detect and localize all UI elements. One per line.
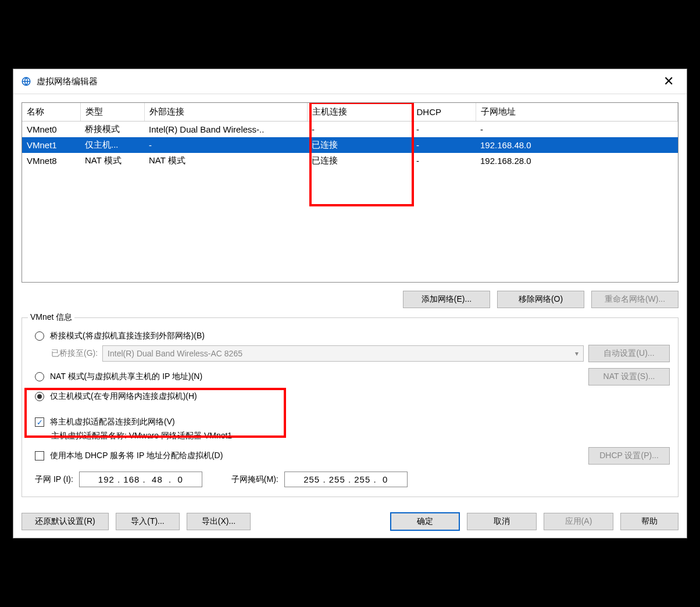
- subnet-ip-input[interactable]: [79, 472, 202, 487]
- hostonly-mode-radio-row[interactable]: 仅主机模式(在专用网络内连接虚拟机)(H): [35, 391, 670, 402]
- cell-ext: NAT 模式: [144, 153, 307, 169]
- virtual-network-editor-window: 虚拟网络编辑器 ✕ 名称 类型 外部连接 主机连接 DHCP 子网地址: [13, 69, 687, 538]
- remove-network-button[interactable]: 移除网络(O): [497, 291, 584, 308]
- cell-name: VMnet8: [22, 153, 80, 169]
- nat-mode-radio-row[interactable]: NAT 模式(与虚拟机共享主机的 IP 地址)(N) NAT 设置(S)...: [35, 368, 670, 385]
- subnet-ip-label: 子网 IP (I):: [35, 474, 73, 485]
- bottom-button-bar: 还原默认设置(R) 导入(T)... 导出(X)... 确定 取消 应用(A) …: [13, 505, 687, 538]
- adapter-name-value: VMware 网络适配器 VMnet1: [129, 431, 232, 440]
- apply-button: 应用(A): [544, 513, 613, 530]
- cell-name: VMnet0: [22, 122, 80, 138]
- bridged-to-label: 已桥接至(G):: [51, 348, 98, 359]
- use-dhcp-row[interactable]: 使用本地 DHCP 服务将 IP 地址分配给虚拟机(D) DHCP 设置(P).…: [35, 447, 670, 465]
- cell-type: 桥接模式: [80, 122, 144, 138]
- col-type[interactable]: 类型: [80, 103, 144, 122]
- cell-dhcp: -: [412, 122, 476, 138]
- table-row[interactable]: VMnet8 NAT 模式 NAT 模式 已连接 - 192.168.28.0: [22, 153, 678, 169]
- checkbox-icon: [35, 417, 44, 427]
- hostonly-mode-label: 仅主机模式(在专用网络内连接虚拟机)(H): [50, 391, 197, 402]
- subnet-mask-input[interactable]: [284, 472, 408, 487]
- cell-host: 已连接: [307, 137, 412, 153]
- cell-subnet: -: [476, 122, 678, 138]
- radio-icon: [35, 372, 44, 381]
- cell-ext: Intel(R) Dual Band Wireless-..: [144, 122, 307, 138]
- rename-network-button: 重命名网络(W)...: [591, 291, 678, 308]
- dhcp-settings-button: DHCP 设置(P)...: [588, 447, 670, 465]
- window-title: 虚拟网络编辑器: [37, 76, 658, 87]
- nat-mode-label: NAT 模式(与虚拟机共享主机的 IP 地址)(N): [50, 372, 202, 382]
- auto-settings-button: 自动设置(U)...: [588, 345, 670, 362]
- app-icon: [20, 76, 32, 87]
- bridged-adapter-value: Intel(R) Dual Band Wireless-AC 8265: [108, 349, 242, 358]
- col-name[interactable]: 名称: [22, 103, 80, 122]
- radio-icon: [35, 392, 44, 401]
- col-host-conn[interactable]: 主机连接: [307, 103, 412, 122]
- cell-host: -: [307, 122, 412, 138]
- subnet-mask-label: 子网掩码(M):: [231, 474, 278, 485]
- use-dhcp-label: 使用本地 DHCP 服务将 IP 地址分配给虚拟机(D): [50, 451, 223, 461]
- add-network-button[interactable]: 添加网络(E)...: [403, 291, 490, 308]
- network-buttons-row: 添加网络(E)... 移除网络(O) 重命名网络(W)...: [22, 291, 678, 308]
- nat-settings-button: NAT 设置(S)...: [588, 368, 670, 385]
- checkbox-icon: [35, 451, 44, 460]
- bridge-mode-radio-row[interactable]: 桥接模式(将虚拟机直接连接到外部网络)(B): [35, 331, 670, 341]
- cell-type: 仅主机...: [80, 137, 144, 153]
- help-button[interactable]: 帮助: [620, 513, 678, 530]
- ok-button[interactable]: 确定: [390, 512, 460, 531]
- table-header-row: 名称 类型 外部连接 主机连接 DHCP 子网地址: [22, 103, 678, 122]
- cell-dhcp: -: [412, 153, 476, 169]
- cell-name: VMnet1: [22, 137, 80, 153]
- restore-defaults-button[interactable]: 还原默认设置(R): [22, 513, 109, 530]
- vmnet-info-group: VMnet 信息 桥接模式(将虚拟机直接连接到外部网络)(B) 已桥接至(G):…: [22, 317, 678, 497]
- cell-subnet: 192.168.28.0: [476, 153, 678, 169]
- titlebar: 虚拟网络编辑器 ✕: [13, 69, 687, 94]
- content-area: 名称 类型 外部连接 主机连接 DHCP 子网地址 VMnet0 桥接模式 In…: [13, 94, 687, 505]
- adapter-name-label: 主机虚拟适配器名称:: [51, 431, 127, 440]
- cell-ext: -: [144, 137, 307, 153]
- network-table: 名称 类型 外部连接 主机连接 DHCP 子网地址 VMnet0 桥接模式 In…: [22, 102, 678, 283]
- table-row[interactable]: VMnet1 仅主机... - 已连接 - 192.168.48.0: [22, 137, 678, 153]
- bridged-to-row: 已桥接至(G): Intel(R) Dual Band Wireless-AC …: [51, 345, 670, 362]
- subnet-row: 子网 IP (I): 子网掩码(M):: [35, 472, 670, 487]
- close-icon[interactable]: ✕: [658, 74, 680, 89]
- connect-host-adapter-label: 将主机虚拟适配器连接到此网络(V): [50, 417, 175, 427]
- vmnet-info-title: VMnet 信息: [28, 312, 74, 323]
- bridge-mode-label: 桥接模式(将虚拟机直接连接到外部网络)(B): [50, 331, 205, 341]
- col-external[interactable]: 外部连接: [144, 103, 307, 122]
- chevron-down-icon: ▾: [575, 349, 578, 358]
- bridged-adapter-select: Intel(R) Dual Band Wireless-AC 8265 ▾: [102, 345, 584, 362]
- radio-icon: [35, 331, 44, 341]
- cancel-button[interactable]: 取消: [467, 513, 537, 530]
- table-row[interactable]: VMnet0 桥接模式 Intel(R) Dual Band Wireless-…: [22, 122, 678, 138]
- connect-host-adapter-row[interactable]: 将主机虚拟适配器连接到此网络(V): [35, 417, 670, 427]
- host-adapter-name-line: 主机虚拟适配器名称: VMware 网络适配器 VMnet1: [51, 431, 670, 441]
- col-dhcp[interactable]: DHCP: [412, 103, 476, 122]
- cell-dhcp: -: [412, 137, 476, 153]
- cell-type: NAT 模式: [80, 153, 144, 169]
- import-button[interactable]: 导入(T)...: [116, 513, 180, 530]
- cell-subnet: 192.168.48.0: [476, 137, 678, 153]
- col-subnet[interactable]: 子网地址: [476, 103, 678, 122]
- export-button[interactable]: 导出(X)...: [187, 513, 251, 530]
- cell-host: 已连接: [307, 153, 412, 169]
